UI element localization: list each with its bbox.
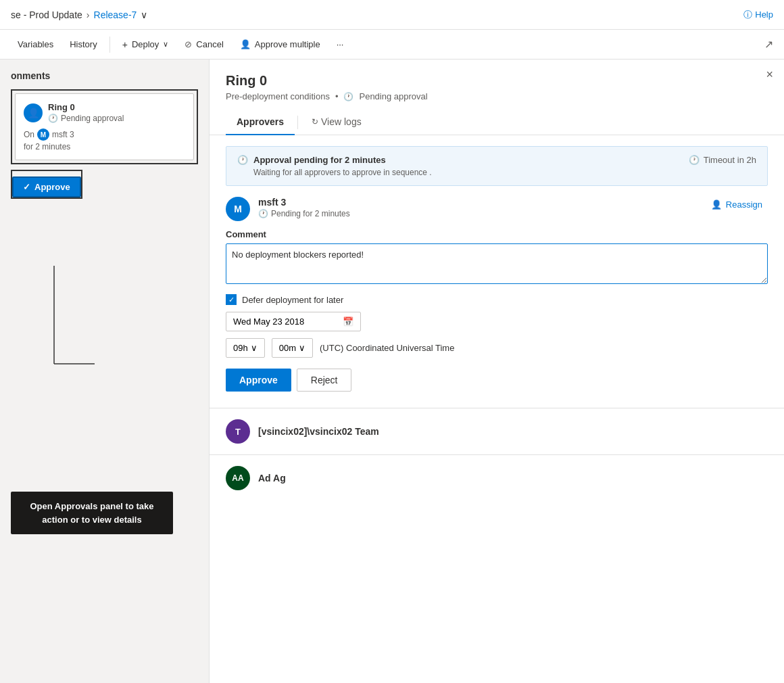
- approver1-status: 🕐 Pending for 2 minutes: [258, 209, 697, 218]
- ring-card-avatar: 👤: [24, 103, 43, 122]
- calendar-icon: 📅: [343, 316, 353, 327]
- msft-badge: M: [37, 128, 49, 141]
- approver3-name: Ad Ag: [258, 473, 286, 484]
- toolbar-divider: [109, 37, 110, 53]
- approver2-avatar: T: [226, 419, 250, 444]
- subtitle-dot: •: [335, 91, 339, 101]
- ring-meta-duration: for 2 minutes: [24, 142, 185, 151]
- expand-icon[interactable]: ↗: [764, 38, 773, 51]
- approver1-avatar: M: [226, 197, 250, 221]
- ring-card[interactable]: 👤 Ring 0 🕐 Pending approval On M m: [15, 93, 194, 160]
- approve-quick-btn-container: ✓ Approve: [11, 170, 82, 199]
- variables-button[interactable]: Variables: [11, 35, 60, 53]
- help-circle-icon: ⓘ: [743, 9, 752, 21]
- ring-meta-on: On M msft 3: [24, 128, 185, 141]
- person-avatar-icon: 👤: [28, 108, 39, 118]
- main-content: onments 👤 Ring 0 🕐 Pending approval: [0, 60, 784, 683]
- timezone-label: (UTC) Coordinated Universal Time: [320, 343, 454, 353]
- msft-username: msft 3: [52, 130, 74, 139]
- breadcrumb: se - Prod Update › Release-7 ∨: [11, 9, 147, 20]
- top-bar: se - Prod Update › Release-7 ∨ ⓘ Help: [0, 0, 784, 30]
- panel-subtitle: Pre-deployment conditions • 🕐 Pending ap…: [226, 91, 768, 101]
- date-row: Wed May 23 2018 📅: [226, 312, 768, 331]
- reject-label: Reject: [311, 375, 338, 385]
- comment-textarea[interactable]: [226, 243, 768, 284]
- history-button[interactable]: History: [63, 35, 103, 53]
- deploy-label: Deploy: [132, 39, 159, 49]
- notif-main-text: Approval pending for 2 minutes: [253, 155, 386, 165]
- approve-multiple-button[interactable]: 👤 Approve multiple: [233, 35, 327, 53]
- approver1-avatar-text: M: [234, 204, 242, 214]
- approver1-clock-icon: 🕐: [258, 209, 268, 218]
- panel-close-button[interactable]: ×: [766, 68, 773, 82]
- approver1-info: msft 3 🕐 Pending for 2 minutes: [258, 197, 697, 218]
- comment-label: Comment: [226, 229, 768, 239]
- minute-select[interactable]: 00m ∨: [272, 338, 313, 358]
- left-panel: onments 👤 Ring 0 🕐 Pending approval: [0, 60, 210, 683]
- history-label: History: [70, 39, 97, 49]
- breadcrumb-chevron-1: ›: [87, 9, 90, 20]
- section-divider: [210, 408, 784, 408]
- tab-approvers-label: Approvers: [237, 116, 284, 127]
- approve-multiple-label: Approve multiple: [255, 39, 320, 49]
- left-panel-title: onments: [11, 70, 198, 81]
- breadcrumb-current[interactable]: Release-7: [94, 9, 137, 20]
- breadcrumb-dropdown-icon[interactable]: ∨: [141, 9, 147, 20]
- reassign-button[interactable]: 👤 Reassign: [706, 197, 768, 212]
- approve-label: Approve: [239, 375, 278, 385]
- timeout-clock-icon: 🕐: [689, 155, 700, 165]
- cancel-circle-icon: ⊘: [185, 39, 192, 49]
- plus-icon: +: [122, 39, 128, 50]
- approver1-row: M msft 3 🕐 Pending for 2 minutes 👤 Reass…: [226, 197, 768, 221]
- subtitle-conditions: Pre-deployment conditions: [226, 91, 330, 101]
- minute-chevron-icon: ∨: [299, 343, 305, 353]
- minute-value: 00m: [279, 343, 296, 353]
- approver1-name: msft 3: [258, 197, 697, 208]
- notification-bar: 🕐 Approval pending for 2 minutes 🕐 Timeo…: [226, 146, 768, 186]
- approver3-avatar: AA: [226, 466, 250, 490]
- date-input[interactable]: Wed May 23 2018 📅: [226, 312, 361, 331]
- tab-view-logs[interactable]: ↻ View logs: [301, 110, 372, 135]
- tab-view-logs-label: View logs: [321, 116, 362, 127]
- defer-row: ✓ Defer deployment for later: [226, 294, 768, 305]
- more-icon: ···: [337, 39, 344, 49]
- reject-button[interactable]: Reject: [297, 369, 352, 392]
- help-button[interactable]: ⓘ Help: [743, 9, 773, 21]
- breadcrumb-area: se - Prod Update › Release-7 ∨: [11, 9, 147, 20]
- tab-divider: [297, 116, 298, 129]
- hour-chevron-icon: ∨: [251, 343, 258, 353]
- notif-bar-top: 🕐 Approval pending for 2 minutes 🕐 Timeo…: [237, 155, 756, 165]
- timeout-label: Timeout in 2h: [704, 155, 756, 165]
- approver2-row: T [vsincix02]\vsincix02 Team: [210, 419, 784, 444]
- notif-sub-text: Waiting for all approvers to approve in …: [237, 168, 756, 177]
- deploy-chevron-icon: ∨: [163, 40, 168, 49]
- ring-card-container: 👤 Ring 0 🕐 Pending approval On M m: [11, 89, 198, 164]
- ring-card-title: Ring 0: [48, 102, 124, 112]
- panel-title: Ring 0: [226, 73, 768, 89]
- hour-value: 09h: [233, 343, 248, 353]
- approver1-section: M msft 3 🕐 Pending for 2 minutes 👤 Reass…: [210, 197, 784, 392]
- approve-quick-button[interactable]: ✓ Approve: [12, 176, 81, 197]
- help-label: Help: [755, 9, 773, 20]
- defer-label: Defer deployment for later: [242, 295, 343, 305]
- panel-tabs: Approvers ↻ View logs: [210, 110, 784, 135]
- reassign-person-icon: 👤: [711, 199, 722, 210]
- breadcrumb-prefix: se - Prod Update: [11, 9, 82, 20]
- notif-bar-left: 🕐 Approval pending for 2 minutes: [237, 155, 386, 165]
- defer-checkbox[interactable]: ✓: [226, 294, 237, 305]
- more-button[interactable]: ···: [330, 35, 351, 53]
- cancel-button[interactable]: ⊘ Cancel: [178, 35, 230, 53]
- action-buttons: Approve Reject: [226, 369, 768, 392]
- ring-card-info: Ring 0 🕐 Pending approval: [48, 102, 124, 123]
- approver3-row: AA Ad Ag: [210, 466, 784, 490]
- person-icon: 👤: [240, 39, 251, 49]
- ring-card-status: 🕐 Pending approval: [48, 114, 124, 123]
- hour-select[interactable]: 09h ∨: [226, 338, 265, 358]
- approver1-status-text: Pending for 2 minutes: [271, 209, 350, 218]
- ring-card-meta: On M msft 3 for 2 minutes: [24, 128, 185, 151]
- reassign-label: Reassign: [726, 199, 762, 210]
- tab-approvers[interactable]: Approvers: [226, 110, 295, 135]
- approve-button[interactable]: Approve: [226, 369, 291, 392]
- deploy-button[interactable]: + Deploy ∨: [116, 35, 176, 54]
- section-divider-2: [210, 454, 784, 455]
